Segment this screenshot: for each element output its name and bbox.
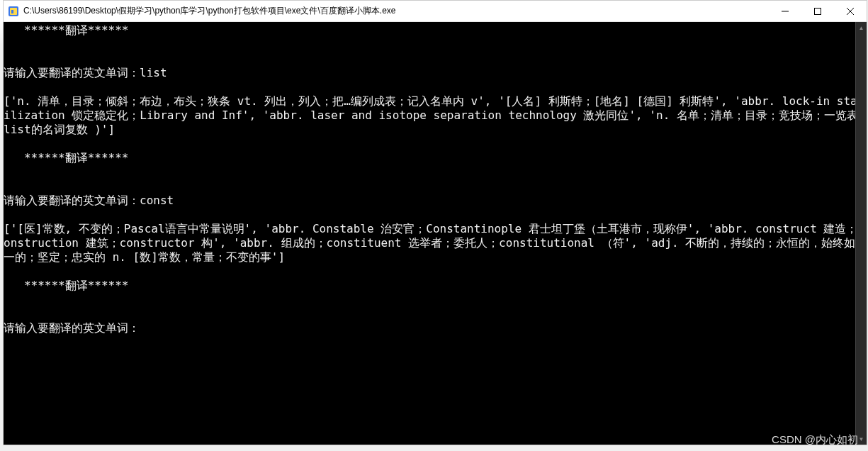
- translate-header: ******翻译******: [4, 279, 867, 293]
- scroll-up-icon[interactable]: ▲: [856, 22, 867, 33]
- window-controls: [769, 1, 867, 21]
- app-icon: [8, 6, 19, 17]
- window-title: C:\Users\86199\Desktop\假期学习\python库学习\py…: [23, 5, 769, 17]
- scroll-down-icon[interactable]: ▼: [856, 433, 867, 445]
- input-prompt-2: 请输入要翻译的英文单词：const: [4, 194, 867, 208]
- titlebar: C:\Users\86199\Desktop\假期学习\python库学习\py…: [4, 1, 867, 22]
- minimize-button[interactable]: [769, 1, 801, 22]
- input-prompt-1: 请输入要翻译的英文单词：list: [4, 66, 867, 80]
- console-output[interactable]: ******翻译****** 请输入要翻译的英文单词：list ['n. 清单，…: [4, 22, 867, 445]
- translate-header: ******翻译******: [4, 23, 867, 38]
- result-2: ['[医]常数, 不变的；Pascal语言中常量说明', 'abbr. Cons…: [4, 222, 867, 265]
- translate-header: ******翻译******: [4, 151, 867, 165]
- console-window: C:\Users\86199\Desktop\假期学习\python库学习\py…: [3, 0, 867, 445]
- svg-rect-3: [815, 9, 821, 15]
- vertical-scrollbar[interactable]: ▲ ▼: [855, 22, 867, 445]
- maximize-button[interactable]: [801, 1, 834, 22]
- input-prompt-3: 请输入要翻译的英文单词：: [4, 321, 867, 335]
- result-1: ['n. 清单，目录；倾斜；布边，布头；狭条 vt. 列出，列入；把…编列成表；…: [4, 94, 867, 137]
- close-button[interactable]: [834, 1, 867, 22]
